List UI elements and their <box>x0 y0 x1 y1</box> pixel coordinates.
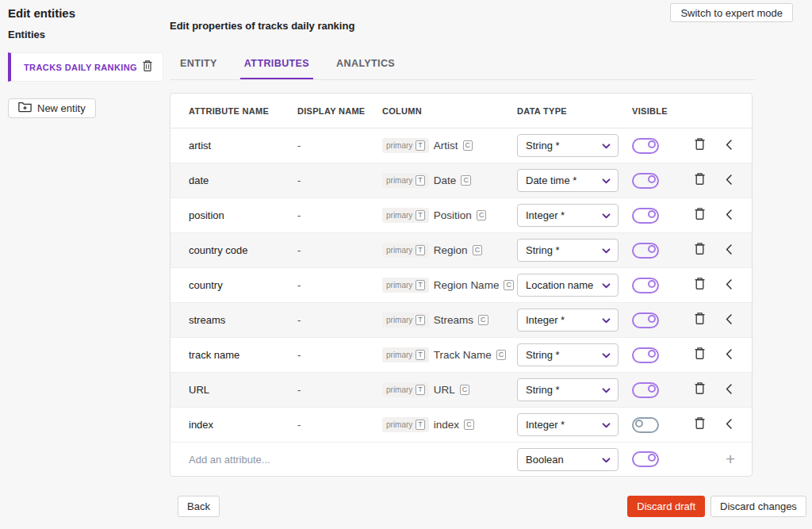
column-marker: C <box>464 420 474 430</box>
add-attribute-datatype-select[interactable]: Boolean <box>517 448 619 471</box>
attribute-rows: artist - primaryT Artist C String * <box>170 128 752 443</box>
footer-actions: Back Discard draft Discard changes Save … <box>170 496 812 517</box>
delete-attribute-button[interactable] <box>694 172 726 189</box>
discard-draft-button[interactable]: Discard draft <box>627 496 705 517</box>
table-row: country code - primaryT Region C String … <box>170 233 752 268</box>
delete-entity-button[interactable] <box>142 59 153 75</box>
tab-entity[interactable]: ENTITY <box>176 58 221 79</box>
add-attribute-plus-icon[interactable]: + <box>726 452 736 466</box>
column-cell: primaryT Track Name C <box>382 347 517 362</box>
delete-attribute-button[interactable] <box>694 416 726 433</box>
back-button[interactable]: Back <box>178 496 220 517</box>
primary-badge: primaryT <box>382 138 429 153</box>
chevron-down-icon <box>602 384 611 396</box>
delete-attribute-button[interactable] <box>694 242 726 259</box>
chevron-left-icon <box>726 139 732 153</box>
chevron-left-icon <box>726 278 732 293</box>
discard-changes-button[interactable]: Discard changes <box>710 496 806 517</box>
delete-attribute-button[interactable] <box>694 137 726 154</box>
column-name: Streams <box>434 314 473 326</box>
data-type-select[interactable]: String * <box>517 343 619 366</box>
add-attribute-input[interactable] <box>189 454 500 466</box>
chevron-left-icon <box>726 174 732 188</box>
new-folder-icon <box>18 102 32 115</box>
trash-icon <box>694 137 706 154</box>
column-name: Artist <box>434 140 458 151</box>
trash-icon <box>694 277 706 293</box>
delete-attribute-button[interactable] <box>694 207 726 224</box>
trash-icon <box>694 347 706 363</box>
data-type-select[interactable]: Integer * <box>517 309 619 332</box>
visible-toggle[interactable] <box>632 278 659 293</box>
main-panel: Switch to expert mode Edit properties of… <box>170 0 812 477</box>
chevron-down-icon <box>602 314 611 326</box>
column-marker: C <box>496 350 507 360</box>
new-entity-button[interactable]: New entity <box>8 98 96 118</box>
table-row: artist - primaryT Artist C String * <box>170 128 752 163</box>
column-cell: primaryT Artist C <box>382 138 517 153</box>
visible-toggle[interactable] <box>632 417 659 433</box>
type-marker: T <box>416 210 425 220</box>
select-value: Boolean <box>526 454 564 466</box>
primary-badge: primaryT <box>382 243 429 258</box>
column-name: URL <box>434 384 455 396</box>
select-value: String * <box>526 140 560 151</box>
collapse-row-button[interactable] <box>726 313 736 328</box>
column-marker: C <box>460 385 470 395</box>
collapse-row-button[interactable] <box>726 243 736 258</box>
attribute-name: position <box>189 209 297 221</box>
tab-analytics[interactable]: ANALYTICS <box>332 58 399 79</box>
attribute-name: track name <box>189 349 297 361</box>
data-type-select[interactable]: Integer * <box>517 204 619 227</box>
data-type-select[interactable]: String * <box>517 239 619 262</box>
select-value: String * <box>526 384 560 396</box>
primary-badge: primaryT <box>382 312 429 328</box>
visible-toggle[interactable] <box>632 208 659 224</box>
data-type-select[interactable]: Integer * <box>517 413 619 436</box>
visible-toggle[interactable] <box>632 138 659 154</box>
data-type-select[interactable]: String * <box>517 134 619 157</box>
collapse-row-button[interactable] <box>726 383 736 397</box>
visible-toggle[interactable] <box>632 243 659 259</box>
delete-attribute-button[interactable] <box>694 277 726 293</box>
switch-expert-mode-button[interactable]: Switch to expert mode <box>670 3 793 22</box>
display-name: - <box>297 419 382 431</box>
delete-attribute-button[interactable] <box>694 312 726 328</box>
column-name: Region <box>434 244 468 256</box>
collapse-row-button[interactable] <box>726 348 736 362</box>
tab-attributes[interactable]: ATTRIBUTES <box>240 58 313 79</box>
data-type-select[interactable]: String * <box>517 378 619 401</box>
table-row: index - primaryT index C Integer * <box>170 408 752 443</box>
collapse-row-button[interactable] <box>726 418 736 432</box>
col-header-column: COLUMN <box>382 106 517 116</box>
chevron-left-icon <box>726 243 732 258</box>
entity-name: TRACKS DAILY RANKING <box>24 63 137 72</box>
column-cell: primaryT Region Name C <box>382 278 517 293</box>
col-header-data-type: DATA TYPE <box>517 106 632 116</box>
collapse-row-button[interactable] <box>726 209 736 223</box>
visible-toggle[interactable] <box>632 347 659 363</box>
collapse-row-button[interactable] <box>726 278 736 293</box>
data-type-select[interactable]: Date time * <box>517 169 619 192</box>
attribute-name: date <box>189 174 297 186</box>
data-type-select[interactable]: Location name <box>517 274 619 297</box>
visible-toggle[interactable] <box>632 312 659 328</box>
collapse-row-button[interactable] <box>726 139 736 153</box>
table-row: URL - primaryT URL C String * <box>170 373 752 408</box>
collapse-row-button[interactable] <box>726 174 736 188</box>
delete-attribute-button[interactable] <box>694 381 726 398</box>
column-cell: primaryT Region C <box>382 243 517 258</box>
visible-toggle[interactable] <box>632 382 659 398</box>
column-marker: C <box>504 280 514 290</box>
entity-item-tracks-daily-ranking[interactable]: TRACKS DAILY RANKING <box>8 52 163 82</box>
visible-toggle[interactable] <box>632 173 659 189</box>
add-attribute-visible-toggle[interactable] <box>632 451 659 467</box>
display-name: - <box>297 384 382 396</box>
delete-attribute-button[interactable] <box>694 347 726 363</box>
entities-section-label: Entities <box>8 29 163 40</box>
trash-icon <box>694 416 706 433</box>
chevron-left-icon <box>726 313 732 328</box>
primary-badge: primaryT <box>382 347 429 362</box>
display-name: - <box>297 209 382 221</box>
footer-right-group: Discard draft Discard changes Save draft… <box>627 496 812 517</box>
